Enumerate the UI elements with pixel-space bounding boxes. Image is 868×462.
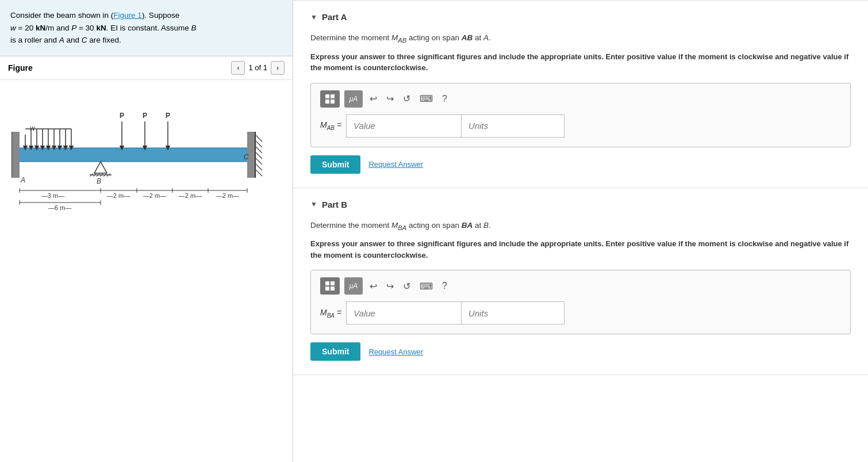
part-b-section: ▼ Part B Determine the moment MBA acting… [293,188,868,376]
part-b-units-input[interactable] [461,301,564,324]
redo-button-b[interactable]: ↪ [384,280,396,293]
svg-rect-73 [325,281,329,285]
svg-text:—2 m—: —2 m— [143,192,166,199]
svg-rect-76 [331,287,335,291]
part-a-section: ▼ Part A Determine the moment MAB acting… [293,1,868,188]
svg-line-16 [255,146,262,153]
svg-text:—3 m—: —3 m— [41,192,64,199]
keyboard-button-b[interactable]: ⌨ [417,280,435,293]
redo-button-a[interactable]: ↪ [384,92,396,105]
part-a-toolbar: μA ↩ ↪ ↺ ⌨ ? [320,90,841,108]
svg-text:P: P [166,112,170,120]
part-a-answer-box: μA ↩ ↪ ↺ ⌨ ? MAB = [310,83,851,147]
part-b-label: Part B [322,200,347,209]
svg-line-15 [255,140,262,147]
figure-scroll[interactable]: w P P P [0,80,293,462]
svg-text:—2 m—: —2 m— [107,192,130,199]
part-b-input-row: MBA = [320,301,841,324]
figure-link[interactable]: Figure 1 [113,11,142,20]
figure-header: Figure ‹ 1 of 1 › [0,56,293,80]
figure-nav: ‹ 1 of 1 › [231,61,285,75]
mu-button-b[interactable]: μA [344,277,363,295]
svg-rect-9 [20,148,247,162]
svg-rect-71 [325,100,329,104]
part-a-input-row: MAB = [320,114,841,138]
part-b-collapse-icon[interactable]: ▼ [310,200,317,208]
part-b-bottom-row: Submit Request Answer [310,342,851,361]
svg-rect-69 [325,94,329,98]
part-a-header: ▼ Part A [310,12,851,22]
part-a-collapse-icon[interactable]: ▼ [310,13,317,21]
part-a-submit-button[interactable]: Submit [310,155,360,174]
grid-button-a[interactable] [320,90,340,108]
part-b-request-link[interactable]: Request Answer [368,348,423,356]
part-a-label: Part A [322,12,347,22]
grid-button-b[interactable] [320,277,340,295]
left-panel: Consider the beam shown in (Figure 1). S… [0,0,293,462]
part-b-value-input[interactable] [346,301,461,324]
next-figure-button[interactable]: › [271,61,285,75]
part-b-toolbar: μA ↩ ↪ ↺ ⌨ ? [320,277,841,295]
right-panel: ▼ Part A Determine the moment MAB acting… [293,0,868,462]
figure-label: Figure [8,63,33,72]
svg-line-19 [255,163,262,170]
page-indicator: 1 of 1 [248,63,267,72]
svg-rect-70 [331,94,335,98]
keyboard-button-a[interactable]: ⌨ [417,92,435,105]
svg-text:—6 m—: —6 m— [48,204,71,211]
svg-rect-72 [331,100,335,104]
part-b-header: ▼ Part B [310,200,851,209]
part-a-value-input[interactable] [346,114,461,138]
part-a-input-label: MAB = [320,120,341,131]
help-button-b[interactable]: ? [440,280,450,292]
svg-text:—2 m—: —2 m— [179,192,202,199]
part-b-question: Determine the moment MBA acting on span … [310,220,851,233]
svg-line-18 [255,158,262,165]
part-b-answer-box: μA ↩ ↪ ↺ ⌨ ? MBA = [310,270,851,334]
problem-statement: Consider the beam shown in (Figure 1). S… [0,0,293,56]
part-a-instruction: Express your answer to three significant… [310,51,851,74]
svg-marker-38 [94,162,107,173]
svg-rect-75 [325,287,329,291]
refresh-button-b[interactable]: ↺ [401,280,413,293]
part-b-input-label: MBA = [320,308,341,319]
svg-text:P: P [120,112,124,120]
part-a-units-input[interactable] [461,114,564,138]
svg-rect-0 [11,132,20,178]
part-a-question: Determine the moment MAB acting on span … [310,32,851,45]
svg-line-20 [255,169,262,176]
beam-diagram: w P P P [11,97,264,212]
svg-line-17 [255,152,262,159]
refresh-button-a[interactable]: ↺ [401,92,413,105]
svg-text:A: A [20,176,25,184]
svg-text:B: B [97,177,101,185]
figure-area: Figure ‹ 1 of 1 › [0,56,293,462]
svg-line-14 [255,135,262,142]
prev-figure-button[interactable]: ‹ [231,61,245,75]
part-a-request-link[interactable]: Request Answer [368,160,423,169]
svg-text:—2 m—: —2 m— [216,192,239,199]
help-button-a[interactable]: ? [440,93,450,105]
mu-button-a[interactable]: μA [344,90,363,108]
part-b-instruction: Express your answer to three significant… [310,238,851,261]
svg-text:C: C [244,153,249,161]
part-b-submit-button[interactable]: Submit [310,342,360,361]
svg-text:P: P [143,112,147,120]
svg-rect-74 [331,281,335,285]
undo-button-b[interactable]: ↩ [367,280,379,293]
undo-button-a[interactable]: ↩ [367,92,379,105]
part-a-bottom-row: Submit Request Answer [310,155,851,174]
